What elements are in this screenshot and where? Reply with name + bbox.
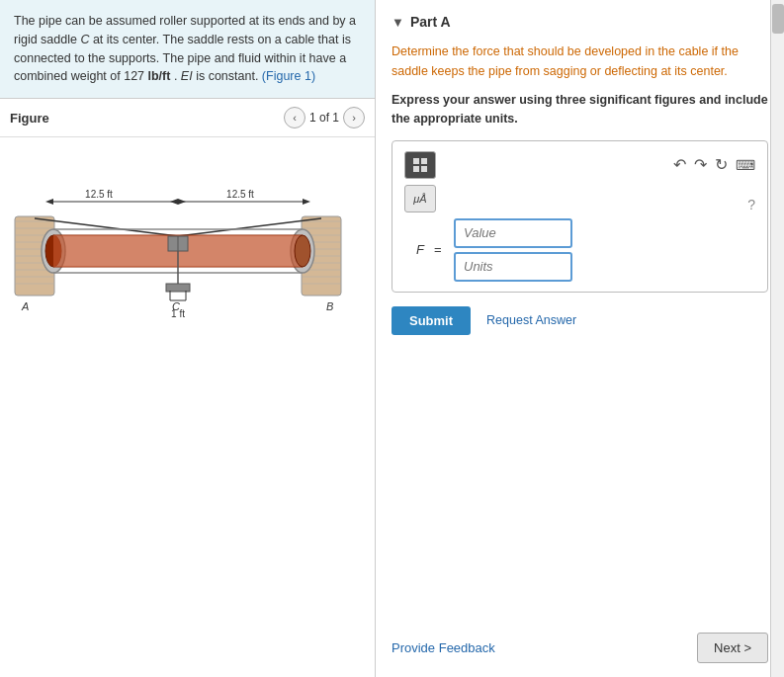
spacer [392,355,768,624]
description-highlight: Determine the force that should be devel… [392,44,739,78]
toolbar-mu-row: μÅ ? [404,185,755,212]
variable-label: F [404,242,424,257]
request-answer-button[interactable]: Request Answer [486,313,576,327]
page-count: 1 of 1 [309,111,339,125]
units-input[interactable] [454,252,572,282]
svg-rect-56 [421,166,427,172]
submit-button[interactable]: Submit [392,306,471,335]
next-figure-button[interactable]: › [343,107,365,128]
svg-rect-53 [413,158,419,164]
matrix-icon [412,157,428,173]
svg-rect-55 [413,166,419,172]
left-panel: The pipe can be assumed roller supported… [0,0,376,677]
help-icon[interactable]: ? [747,197,755,212]
toolbar-left [404,151,436,179]
refresh-button[interactable]: ↻ [715,155,728,174]
figure-title: Figure [10,111,49,126]
mu-button[interactable]: μÅ [404,185,436,212]
svg-rect-54 [421,158,427,164]
toolbar-right: ↶ ↷ ↻ ⌨ [673,155,755,174]
provide-feedback-button[interactable]: Provide Feedback [392,640,495,655]
bottom-row: Provide Feedback Next > [392,623,768,663]
part-label: Part A [410,14,451,30]
next-label: Next > [714,640,751,655]
figure-content: 12.5 ft 12.5 ft A B C 1 ft [0,137,375,677]
value-input[interactable] [454,218,572,248]
next-button[interactable]: Next > [697,633,768,663]
diagram-container: 12.5 ft 12.5 ft A B C 1 ft [0,137,351,677]
figure-navigation: ‹ 1 of 1 › [284,107,365,128]
redo-button[interactable]: ↷ [694,155,707,174]
prev-figure-button[interactable]: ‹ [284,107,305,128]
svg-point-33 [295,235,310,267]
svg-text:12.5 ft: 12.5 ft [226,189,254,200]
answer-box: ↶ ↷ ↻ ⌨ μÅ ? F = [392,140,768,293]
svg-text:1 ft: 1 ft [171,308,185,319]
answer-inputs-group: = [434,242,444,257]
svg-rect-36 [166,284,190,292]
svg-text:A: A [21,300,29,312]
answer-row: F = [404,218,755,282]
undo-button[interactable]: ↶ [673,155,686,174]
part-description: Determine the force that should be devel… [392,42,768,81]
part-instruction: Express your answer using three signific… [392,91,768,128]
part-header: ▼ Part A [392,14,768,30]
keyboard-button[interactable]: ⌨ [736,157,755,173]
problem-text-content: The pipe can be assumed roller supported… [14,14,356,83]
matrix-button[interactable] [404,151,436,179]
mu-label: μÅ [413,193,426,205]
figure-header: Figure ‹ 1 of 1 › [0,99,375,137]
answer-inputs [454,218,572,282]
pipe-diagram-svg: 12.5 ft 12.5 ft A B C 1 ft [10,147,346,345]
figure-link[interactable]: (Figure 1) [262,69,315,83]
right-panel: ▼ Part A Determine the force that should… [376,0,784,677]
problem-statement: The pipe can be assumed roller supported… [0,0,375,99]
part-collapse-icon[interactable]: ▼ [392,15,404,30]
action-row: Submit Request Answer [392,306,768,335]
svg-text:12.5 ft: 12.5 ft [85,189,113,200]
toolbar-top-row: ↶ ↷ ↻ ⌨ [404,151,755,179]
svg-text:B: B [326,300,333,312]
figure-area: Figure ‹ 1 of 1 › [0,99,375,677]
equals-sign: = [434,242,444,257]
